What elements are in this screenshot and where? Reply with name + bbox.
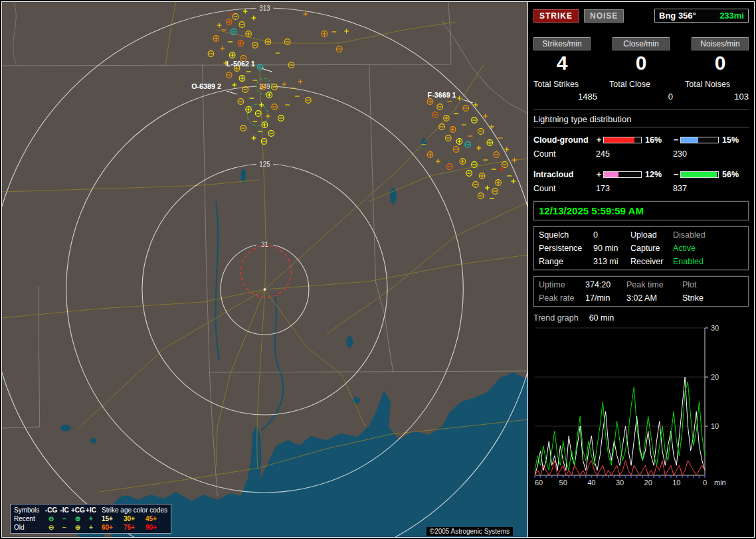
svg-text:10: 10 [711,422,719,430]
count-label: Count [533,184,595,193]
total-strikes-value: 1485 [533,92,597,102]
ic-plus-count: 173 [595,184,672,193]
cg-minus-pct: 15% [722,135,749,145]
map-view[interactable]: 31324912531 L-5062 1O-6389 2F-3669 1 [2,2,527,537]
svg-text:F-3669 1: F-3669 1 [428,91,456,99]
persistence-label: Persistence [539,244,593,253]
mode-header-row: STRIKE NOISE Bng 356° 233mi [533,9,749,23]
ic-plus-bar [603,171,642,178]
capture-status: Active [673,244,743,253]
age-30: 30+ [124,514,145,523]
minus-icon: − [58,514,71,523]
trend-graph: 1020306050403020100min [533,325,737,491]
divider [533,110,749,110]
legend-recent-label: Recent [14,514,45,523]
trend-window-value: 60 min [589,313,614,323]
legend-age-title: Strike age color codes [102,506,167,514]
legend-symbols-label: Symbols [14,506,45,514]
svg-text:0: 0 [703,479,707,487]
totals-row: Total Strikes 1485 Total Close 0 Total N… [533,80,749,102]
cg-plus-count: 245 [595,149,672,159]
intracloud-label: Intracloud [533,170,595,179]
close-per-min-value: 0 [613,52,670,74]
range-value: 313 mi [593,257,630,266]
count-label: Count [533,149,595,159]
peak-rate-value: 17/min [585,293,626,303]
svg-text:50: 50 [559,479,567,487]
total-strikes-label: Total Strikes [533,80,597,89]
strikes-per-min-value: 4 [533,52,591,74]
legend-col-pcg: +CG [71,506,84,514]
uptime-label: Uptime [539,280,585,289]
legend-old-label: Old [14,523,45,532]
ic-plus-pct: 12% [645,170,672,179]
circle-plus-icon: ⊕ [71,514,84,523]
uptime-box: Uptime 374:20 Peak time Plot Peak rate 1… [533,276,749,307]
legend-col-pic: +IC [84,506,98,514]
svg-text:30: 30 [711,325,719,332]
minus-icon: − [58,523,71,532]
squelch-value: 0 [593,230,630,240]
total-noises: Total Noises 103 [685,80,749,102]
plus-icon: + [84,514,98,523]
legend-header-row: Symbols -CG -IC +CG +IC Strike age color… [14,506,167,514]
intracloud-row: Intracloud + 12% − 56% [533,167,749,181]
legend-col-nic: -IC [58,506,71,514]
plus-icon: + [84,523,98,532]
svg-text:min: min [714,479,726,487]
plot-value: Strike [682,293,743,303]
trend-graph-label: Trend graph [533,313,579,323]
ic-minus-pct: 56% [722,170,749,179]
plus-icon: + [595,135,603,145]
bearing-value: Bng 356° [659,11,696,21]
svg-text:31: 31 [261,241,268,248]
ic-minus-count: 837 [672,184,749,193]
svg-text:60: 60 [535,479,543,487]
ic-minus-bar [680,171,719,178]
age-90: 90+ [145,523,167,532]
age-60: 60+ [102,523,124,532]
total-strikes: Total Strikes 1485 [533,80,597,102]
cloud-ground-label: Cloud-ground [533,135,595,145]
rate-values: 4 0 0 [533,52,749,74]
receiver-label: Receiver [630,257,673,266]
cg-plus-bar [603,137,642,143]
map-legend: Symbols -CG -IC +CG +IC Strike age color… [10,504,171,534]
legend-recent-row: Recent ⊖ − ⊕ + 15+ 30+ 45+ [14,514,167,523]
svg-text:125: 125 [259,161,270,168]
minus-icon: − [672,135,680,145]
circle-plus-icon: ⊕ [71,523,84,532]
cg-minus-bar [680,137,719,143]
trend-header: Trend graph 60 min [533,313,749,323]
distribution-title: Lightning type distribution [533,114,749,127]
map-area: 31324912531 L-5062 1O-6389 2F-3669 1 Sym… [2,2,528,537]
upload-label: Upload [630,230,673,240]
total-close: Total Close 0 [609,80,673,102]
total-noises-value: 103 [685,92,749,102]
cloud-ground-count-row: Count 245 230 [533,147,749,161]
svg-text:O-6389 2: O-6389 2 [191,82,221,90]
status-panel: STRIKE NOISE Bng 356° 233mi Strikes/min … [528,2,754,537]
receiver-status: Enabled [673,257,743,266]
close-per-min-label: Close/min [613,37,670,50]
svg-text:313: 313 [259,5,270,12]
plus-icon: + [595,169,603,179]
svg-text:10: 10 [672,479,680,487]
age-15: 15+ [102,514,124,523]
capture-label: Capture [630,244,673,253]
cg-plus-pct: 16% [645,135,672,145]
strikes-per-min-label: Strikes/min [533,37,591,50]
legend-old-row: Old ⊖ − ⊕ + 60+ 75+ 90+ [14,523,167,532]
strike-button[interactable]: STRIKE [533,9,579,23]
noise-button[interactable]: NOISE [584,9,624,23]
age-45: 45+ [145,514,167,523]
peak-time-label: Peak time [626,280,682,289]
settings-box: Squelch 0 Upload Disabled Persistence 90… [533,226,749,270]
datetime-display: 12/13/2025 5:59:59 AM [533,201,749,220]
cloud-ground-row: Cloud-ground + 16% − 15% [533,133,749,147]
uptime-value: 374:20 [585,280,626,289]
circle-minus-icon: ⊖ [45,514,58,523]
upload-status: Disabled [673,230,743,240]
svg-text:30: 30 [616,479,624,487]
plot-label: Plot [682,280,743,289]
